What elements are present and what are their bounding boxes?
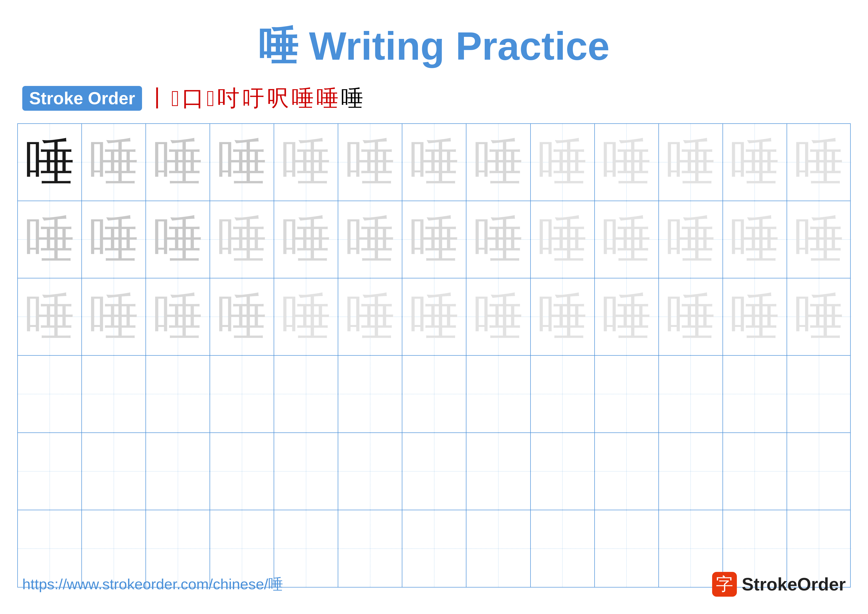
grid-cell-2-2[interactable]: 唾 (82, 201, 146, 278)
footer: https://www.strokeorder.com/chinese/唾 字 … (0, 572, 868, 597)
char-r2c3: 唾 (153, 215, 203, 264)
grid-cell-4-1[interactable] (18, 356, 82, 432)
char-r3c7: 唾 (409, 292, 459, 342)
grid-cell-4-11[interactable] (659, 356, 723, 432)
grid-cell-5-3[interactable] (146, 433, 210, 510)
grid-cell-2-6[interactable]: 唾 (338, 201, 402, 278)
char-r2c13: 唾 (794, 215, 844, 264)
grid-cell-2-4[interactable]: 唾 (210, 201, 274, 278)
grid-cell-3-5[interactable]: 唾 (274, 278, 338, 355)
grid-cell-1-12[interactable]: 唾 (723, 124, 787, 201)
grid-cell-2-13[interactable]: 唾 (787, 201, 851, 278)
grid-cell-4-6[interactable] (338, 356, 402, 432)
grid-cell-5-7[interactable] (402, 433, 467, 510)
grid-cell-1-10[interactable]: 唾 (595, 124, 659, 201)
char-r3c10: 唾 (602, 292, 651, 342)
page-title: 唾 Writing Practice (0, 20, 868, 73)
grid-cell-1-13[interactable]: 唾 (787, 124, 851, 201)
grid-cell-3-9[interactable]: 唾 (531, 278, 595, 355)
grid-cell-2-5[interactable]: 唾 (274, 201, 338, 278)
grid-cell-3-1[interactable]: 唾 (18, 278, 82, 355)
footer-url[interactable]: https://www.strokeorder.com/chinese/唾 (22, 574, 283, 594)
grid-cell-2-1[interactable]: 唾 (18, 201, 82, 278)
char-r1c11: 唾 (666, 137, 715, 187)
grid-cell-5-4[interactable] (210, 433, 274, 510)
grid-cell-3-12[interactable]: 唾 (723, 278, 787, 355)
grid-cell-4-2[interactable] (82, 356, 146, 432)
grid-cell-4-12[interactable] (723, 356, 787, 432)
grid-row-3: 唾 唾 唾 唾 唾 唾 唾 唾 唾 唾 唾 唾 (18, 278, 850, 356)
grid-cell-1-8[interactable]: 唾 (467, 124, 530, 201)
stroke-7: 呎 (267, 83, 289, 113)
grid-cell-2-3[interactable]: 唾 (146, 201, 210, 278)
char-r2c10: 唾 (602, 215, 651, 264)
grid-cell-5-10[interactable] (595, 433, 659, 510)
grid-cell-2-11[interactable]: 唾 (659, 201, 723, 278)
stroke-10: 唾 (341, 83, 363, 113)
grid-cell-3-7[interactable]: 唾 (402, 278, 467, 355)
grid-cell-3-11[interactable]: 唾 (659, 278, 723, 355)
char-r2c6: 唾 (346, 215, 395, 264)
char-r3c6: 唾 (346, 292, 395, 342)
char-r1c5: 唾 (281, 137, 331, 187)
char-r1c9: 唾 (538, 137, 587, 187)
char-r2c5: 唾 (281, 215, 331, 264)
char-r3c8: 唾 (474, 292, 523, 342)
grid-cell-3-10[interactable]: 唾 (595, 278, 659, 355)
stroke-4: 𠃎 (207, 86, 215, 111)
grid-cell-2-7[interactable]: 唾 (402, 201, 467, 278)
grid-cell-4-4[interactable] (210, 356, 274, 432)
grid-cell-4-9[interactable] (531, 356, 595, 432)
grid-cell-5-8[interactable] (467, 433, 530, 510)
grid-cell-1-6[interactable]: 唾 (338, 124, 402, 201)
grid-cell-1-4[interactable]: 唾 (210, 124, 274, 201)
grid-cell-1-5[interactable]: 唾 (274, 124, 338, 201)
grid-cell-3-6[interactable]: 唾 (338, 278, 402, 355)
stroke-order-badge: Stroke Order (22, 86, 142, 111)
grid-cell-3-8[interactable]: 唾 (467, 278, 530, 355)
stroke-9: 唾 (316, 83, 338, 113)
grid-row-2: 唾 唾 唾 唾 唾 唾 唾 唾 唾 唾 唾 唾 (18, 201, 850, 278)
grid-cell-1-11[interactable]: 唾 (659, 124, 723, 201)
grid-row-5 (18, 433, 850, 510)
grid-cell-4-10[interactable] (595, 356, 659, 432)
stroke-1: ⼁ (146, 83, 169, 113)
grid-cell-4-5[interactable] (274, 356, 338, 432)
grid-cell-4-7[interactable] (402, 356, 467, 432)
stroke-6: 吁 (242, 83, 264, 113)
grid-cell-1-9[interactable]: 唾 (531, 124, 595, 201)
grid-cell-1-1[interactable]: 唾 (18, 124, 82, 201)
grid-cell-5-1[interactable] (18, 433, 82, 510)
grid-cell-2-12[interactable]: 唾 (723, 201, 787, 278)
grid-cell-5-5[interactable] (274, 433, 338, 510)
grid-cell-4-8[interactable] (467, 356, 530, 432)
grid-cell-5-9[interactable] (531, 433, 595, 510)
grid-cell-2-10[interactable]: 唾 (595, 201, 659, 278)
grid-cell-5-12[interactable] (723, 433, 787, 510)
practice-grid: 唾 唾 唾 唾 唾 唾 唾 唾 唾 唾 唾 唾 (17, 123, 851, 588)
grid-cell-5-13[interactable] (787, 433, 851, 510)
grid-cell-4-3[interactable] (146, 356, 210, 432)
grid-cell-1-7[interactable]: 唾 (402, 124, 467, 201)
grid-cell-2-8[interactable]: 唾 (467, 201, 530, 278)
grid-cell-3-4[interactable]: 唾 (210, 278, 274, 355)
grid-cell-5-6[interactable] (338, 433, 402, 510)
grid-cell-1-3[interactable]: 唾 (146, 124, 210, 201)
stroke-order-chars: ⼁ 𠃍 口 𠃎 吋 吁 呎 唾 唾 唾 (146, 83, 363, 113)
grid-cell-3-13[interactable]: 唾 (787, 278, 851, 355)
grid-row-4 (18, 356, 850, 433)
char-r1c12: 唾 (730, 137, 780, 187)
char-r3c11: 唾 (666, 292, 715, 342)
grid-cell-4-13[interactable] (787, 356, 851, 432)
char-r2c9: 唾 (538, 215, 587, 264)
grid-cell-5-2[interactable] (82, 433, 146, 510)
char-r3c12: 唾 (730, 292, 780, 342)
char-r2c4: 唾 (217, 215, 267, 264)
grid-cell-5-11[interactable] (659, 433, 723, 510)
char-r1c8: 唾 (474, 137, 523, 187)
grid-cell-3-2[interactable]: 唾 (82, 278, 146, 355)
grid-cell-3-3[interactable]: 唾 (146, 278, 210, 355)
grid-cell-1-2[interactable]: 唾 (82, 124, 146, 201)
grid-cell-2-9[interactable]: 唾 (531, 201, 595, 278)
stroke-8: 唾 (291, 83, 314, 113)
